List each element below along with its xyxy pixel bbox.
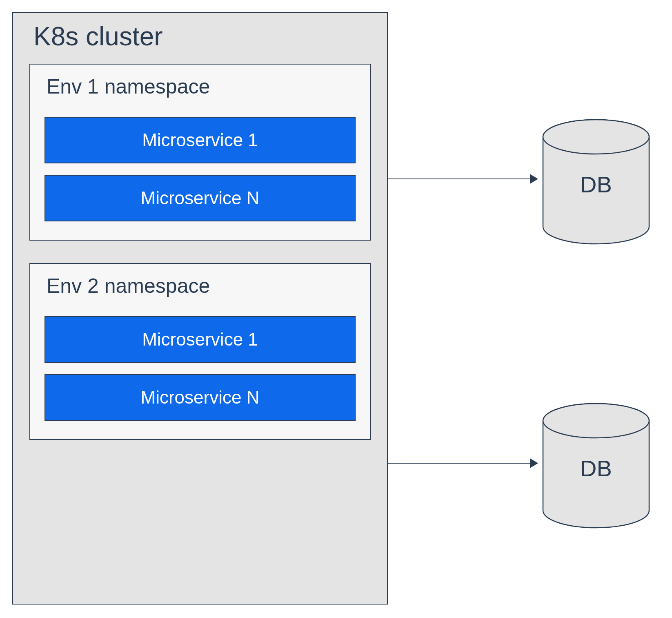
svg-point-1 (543, 120, 649, 154)
svg-point-3 (543, 404, 649, 438)
connector-arrow-line (388, 463, 531, 464)
microservice-box: Microservice N (45, 374, 356, 421)
k8s-cluster-box: K8s cluster Env 1 namespace Microservice… (12, 12, 388, 605)
connector-arrow-head-icon (530, 458, 538, 468)
database-label: DB (580, 455, 612, 482)
namespace-box-env1: Env 1 namespace Microservice 1 Microserv… (29, 64, 371, 241)
namespace-title-env1: Env 1 namespace (47, 75, 356, 98)
namespace-box-env2: Env 2 namespace Microservice 1 Microserv… (29, 263, 371, 440)
microservice-box: Microservice N (45, 175, 356, 221)
namespace-title-env2: Env 2 namespace (47, 274, 356, 298)
connector-arrow-line (388, 178, 531, 179)
database-icon: DB (541, 402, 651, 529)
database-icon: DB (541, 118, 651, 245)
microservice-box: Microservice 1 (45, 316, 356, 363)
microservice-box: Microservice 1 (45, 117, 356, 163)
connector-arrow-head-icon (530, 174, 538, 184)
database-label: DB (580, 171, 612, 198)
cluster-title: K8s cluster (33, 21, 371, 51)
